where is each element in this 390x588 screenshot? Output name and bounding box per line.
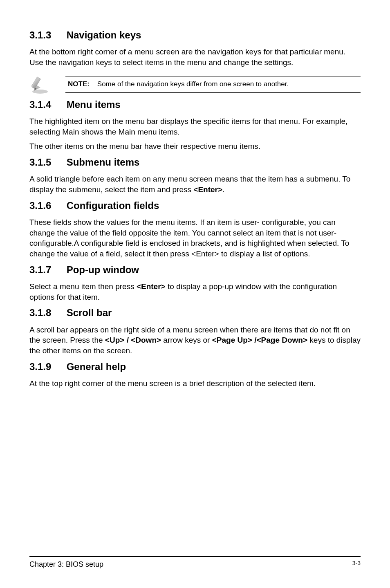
paragraph: At the bottom right corner of a menu scr… [29,47,361,67]
section-title: Navigation keys [67,29,141,40]
paragraph: The other items on the menu bar have the… [29,141,361,152]
section-title: Pop-up window [67,264,139,275]
heading-3-1-5: 3.1.5 Submenu items [29,156,361,169]
text: arrow keys or [161,336,212,344]
heading-3-1-3: 3.1.3 Navigation keys [29,29,361,42]
heading-3-1-6: 3.1.6 Configuration fields [29,199,361,212]
key-up-down: <Up> / <Down> [105,336,161,344]
note-box: NOTE: Some of the navigation keys differ… [65,76,361,93]
section-number: 3.1.7 [29,263,64,276]
section-number: 3.1.6 [29,199,64,212]
section-title: General help [67,361,126,372]
section-title: Menu items [67,99,121,110]
page-footer: Chapter 3: BIOS setup 3-3 [29,556,361,569]
paragraph: A scroll bar appears on the right side o… [29,325,361,356]
section-number: 3.1.5 [29,156,64,169]
footer-chapter: Chapter 3: BIOS setup [29,559,103,569]
section-title: Submenu items [67,157,140,168]
section-number: 3.1.9 [29,360,64,373]
text: A solid triangle before each item on any… [29,175,350,194]
section-title: Configuration fields [67,200,159,211]
section-number: 3.1.8 [29,306,64,319]
paragraph: A solid triangle before each item on any… [29,174,361,195]
section-title: Scroll bar [67,307,112,318]
section-number: 3.1.3 [29,29,64,42]
key-enter: <Enter> [193,185,222,194]
key-page-up-down: <Page Up> /<Page Down> [212,336,307,344]
text: . [222,185,224,194]
pencil-icon [29,75,54,94]
heading-3-1-8: 3.1.8 Scroll bar [29,306,361,319]
paragraph: Select a menu item then press <Enter> to… [29,281,361,302]
heading-3-1-4: 3.1.4 Menu items [29,98,361,111]
note-label: NOTE: [68,80,90,88]
heading-3-1-7: 3.1.7 Pop-up window [29,263,361,276]
section-number: 3.1.4 [29,98,64,111]
note-text: Some of the navigation keys differ from … [97,80,289,88]
paragraph: The highlighted item on the menu bar dis… [29,116,361,137]
footer-page-number: 3-3 [352,559,361,569]
text: Select a menu item then press [29,282,137,291]
note-callout: NOTE: Some of the navigation keys differ… [29,75,361,94]
key-enter: <Enter> [137,282,166,291]
paragraph: These fields show the values for the men… [29,217,361,259]
heading-3-1-9: 3.1.9 General help [29,360,361,373]
paragraph: At the top right corner of the menu scre… [29,378,361,389]
